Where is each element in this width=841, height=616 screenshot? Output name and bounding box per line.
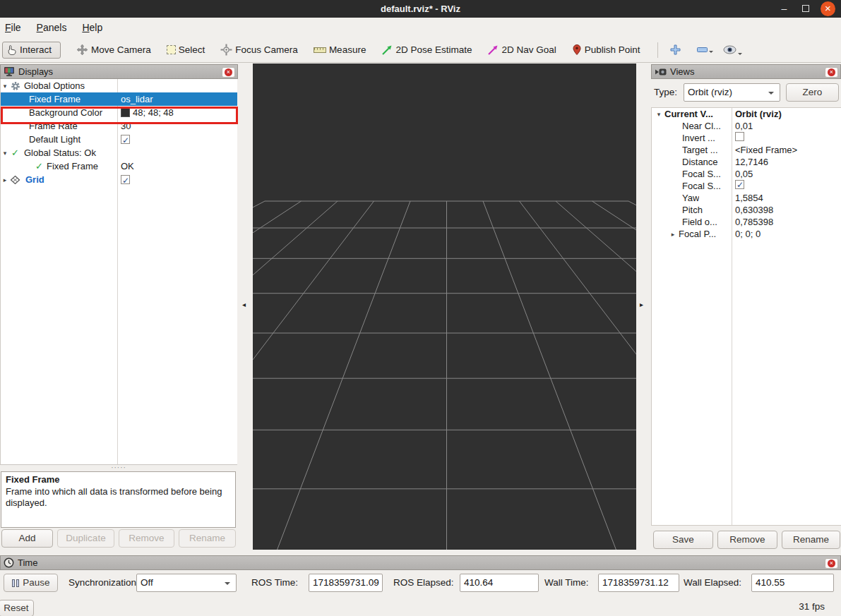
- maximize-button[interactable]: [798, 1, 813, 16]
- views-panel-header[interactable]: Views ×: [651, 64, 841, 79]
- view-row-pitch[interactable]: Pitch 0,630398: [652, 204, 841, 216]
- rename-view-button[interactable]: Rename: [782, 531, 840, 549]
- view-row-near-clip[interactable]: Near Cl... 0,01: [652, 120, 841, 132]
- add-tool-button[interactable]: [669, 44, 681, 56]
- green-check-icon: ✓: [9, 147, 21, 158]
- pause-button[interactable]: Pause: [4, 574, 58, 592]
- property-label: Background Color: [29, 107, 102, 118]
- display-row-grid[interactable]: ▸ Grid: [1, 173, 237, 186]
- pause-icon: [12, 579, 15, 587]
- grid-enabled-checkbox[interactable]: [121, 175, 130, 184]
- plus-icon: [669, 44, 681, 56]
- synchronization-dropdown[interactable]: Off: [136, 574, 237, 592]
- menu-file[interactable]: File: [4, 22, 29, 33]
- remove-display-button[interactable]: Remove: [119, 529, 174, 548]
- menu-panels[interactable]: Panels: [36, 22, 75, 33]
- view-row-invert-z[interactable]: Invert ...: [652, 132, 841, 144]
- title-bar[interactable]: default.rviz* - RViz – ×: [0, 0, 841, 18]
- display-row-fixed-frame-status[interactable]: ✓ Fixed Frame OK: [1, 159, 237, 173]
- tool-label: Interact: [20, 44, 52, 55]
- close-time-panel-button[interactable]: ×: [825, 558, 838, 569]
- default-light-checkbox[interactable]: [121, 135, 130, 144]
- 3d-viewport[interactable]: [253, 64, 636, 550]
- view-row-distance[interactable]: Distance 12,7146: [652, 156, 841, 168]
- property-value[interactable]: 12,7146: [735, 156, 768, 168]
- property-value[interactable]: <Fixed Frame>: [735, 144, 797, 156]
- view-row-yaw[interactable]: Yaw 1,5854: [652, 192, 841, 204]
- property-value[interactable]: 30: [121, 119, 131, 133]
- expander-open-icon[interactable]: ▾: [655, 111, 663, 118]
- remove-tool-button[interactable]: [697, 47, 708, 52]
- tool-visibility-button[interactable]: [723, 45, 736, 54]
- wall-time-field[interactable]: 1718359731.12: [598, 574, 679, 592]
- fps-counter: 31 fps: [799, 601, 825, 612]
- view-type-value: Orbit (rviz): [688, 87, 732, 97]
- add-display-button[interactable]: Add: [1, 529, 53, 548]
- grid-icon: [9, 175, 21, 185]
- property-label: Pitch: [682, 205, 703, 215]
- property-value[interactable]: 0,01: [735, 120, 753, 132]
- menu-help[interactable]: Help: [81, 22, 110, 33]
- focal-shape-checkbox[interactable]: [735, 180, 744, 189]
- tool-select[interactable]: Select: [167, 44, 205, 55]
- tool-2d-nav-goal[interactable]: 2D Nav Goal: [487, 44, 556, 56]
- property-label: Default Light: [29, 134, 80, 145]
- view-row-current-view[interactable]: ▾ Current V... Orbit (rviz): [652, 108, 841, 120]
- close-displays-panel-button[interactable]: ×: [222, 67, 235, 78]
- display-row-global-status[interactable]: ▾ ✓ Global Status: Ok: [1, 146, 237, 159]
- tool-focus-camera[interactable]: Focus Camera: [220, 44, 298, 56]
- display-row-default-light[interactable]: Default Light: [1, 133, 237, 146]
- color-swatch: [121, 108, 130, 117]
- time-panel-header[interactable]: Time ×: [0, 555, 841, 570]
- map-pin-icon: [572, 44, 582, 56]
- view-row-focal-point[interactable]: ▸ Focal P... 0; 0; 0: [652, 228, 841, 240]
- save-view-button[interactable]: Save: [653, 531, 713, 549]
- right-splitter[interactable]: ▸: [636, 64, 651, 550]
- view-row-field-of-view[interactable]: Field o... 0,785398: [652, 216, 841, 228]
- property-value[interactable]: 48; 48; 48: [121, 106, 174, 119]
- property-value[interactable]: 1,5854: [735, 192, 763, 204]
- view-row-focal-shape-fixed[interactable]: Focal S...: [652, 180, 841, 192]
- remove-view-button[interactable]: Remove: [717, 531, 777, 549]
- ros-time-field[interactable]: 1718359731.09: [309, 574, 383, 592]
- wall-elapsed-field[interactable]: 410.55: [751, 574, 834, 592]
- rviz-window: default.rviz* - RViz – × File Panels Hel…: [0, 0, 841, 616]
- property-value[interactable]: 0,630398: [735, 204, 773, 216]
- view-type-dropdown[interactable]: Orbit (rviz): [684, 83, 780, 102]
- tool-move-camera[interactable]: Move Camera: [76, 44, 151, 56]
- tool-2d-pose-estimate[interactable]: 2D Pose Estimate: [381, 44, 472, 56]
- rename-display-button[interactable]: Rename: [179, 529, 236, 548]
- collapse-right-icon[interactable]: ▸: [640, 301, 643, 308]
- display-row-background-color[interactable]: Background Color 48; 48; 48: [1, 106, 237, 119]
- property-value[interactable]: os_lidar: [121, 92, 153, 106]
- reset-button[interactable]: Reset: [0, 600, 34, 616]
- view-row-target-frame[interactable]: Target ... <Fixed Frame>: [652, 144, 841, 156]
- expander-open-icon[interactable]: ▾: [1, 150, 9, 157]
- displays-panel-header[interactable]: Displays ×: [0, 64, 238, 79]
- left-splitter[interactable]: ◂: [238, 64, 253, 550]
- ros-elapsed-field[interactable]: 410.64: [460, 574, 539, 592]
- display-row-global-options[interactable]: ▾ Global Options: [1, 79, 237, 92]
- invert-z-checkbox[interactable]: [735, 132, 744, 141]
- display-row-frame-rate[interactable]: Frame Rate 30: [1, 119, 237, 133]
- expander-closed-icon[interactable]: ▸: [1, 176, 9, 183]
- expander-open-icon[interactable]: ▾: [1, 83, 9, 90]
- tool-interact[interactable]: Interact: [2, 42, 61, 59]
- property-value: Orbit (rviz): [735, 108, 782, 120]
- display-row-fixed-frame[interactable]: Fixed Frame os_lidar: [1, 92, 237, 106]
- duplicate-display-button[interactable]: Duplicate: [57, 529, 114, 548]
- close-views-panel-button[interactable]: ×: [825, 67, 838, 78]
- property-value[interactable]: 0,785398: [735, 216, 773, 228]
- zero-button[interactable]: Zero: [786, 83, 839, 102]
- close-window-button[interactable]: ×: [821, 1, 835, 16]
- property-value[interactable]: 0; 0; 0: [735, 228, 761, 240]
- tool-label: Move Camera: [91, 44, 151, 55]
- tool-measure[interactable]: Measure: [314, 44, 366, 55]
- minimize-button[interactable]: –: [777, 1, 792, 16]
- property-value[interactable]: 0,05: [735, 168, 753, 180]
- collapse-left-icon[interactable]: ◂: [242, 301, 246, 308]
- expander-closed-icon[interactable]: ▸: [669, 231, 677, 238]
- tool-publish-point[interactable]: Publish Point: [572, 44, 640, 56]
- view-row-focal-shape-size[interactable]: Focal S... 0,05: [652, 168, 841, 180]
- tool-label: 2D Pose Estimate: [395, 44, 472, 55]
